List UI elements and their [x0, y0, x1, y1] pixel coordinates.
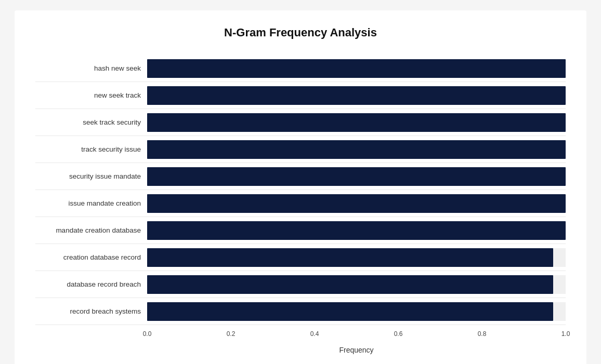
bar-label: new seek track [35, 91, 147, 99]
bar-track [147, 59, 566, 78]
bar-fill [147, 275, 553, 294]
bar-row: seek track security [35, 109, 566, 136]
bar-label: security issue mandate [35, 172, 147, 180]
bar-label: seek track security [35, 118, 147, 126]
bar-fill [147, 194, 566, 213]
bar-row: track security issue [35, 136, 566, 163]
bar-label: creation database record [35, 253, 147, 261]
bar-fill [147, 59, 566, 78]
bar-track [147, 221, 566, 240]
x-tick: 0.8 [478, 330, 487, 338]
bar-fill [147, 302, 553, 321]
bar-label: issue mandate creation [35, 199, 147, 207]
bar-row: issue mandate creation [35, 190, 566, 217]
x-tick: 0.0 [143, 330, 152, 338]
x-axis: 0.00.20.40.60.81.0 [35, 329, 566, 342]
bar-track [147, 248, 566, 267]
x-axis-label: Frequency [35, 346, 566, 354]
x-tick: 0.2 [227, 330, 236, 338]
bar-fill [147, 86, 566, 105]
bar-track [147, 140, 566, 159]
x-tick: 1.0 [561, 330, 570, 338]
chart-title: N-Gram Frequency Analysis [35, 26, 566, 39]
bar-track [147, 194, 566, 213]
bar-row: new seek track [35, 82, 566, 109]
bar-track [147, 275, 566, 294]
bar-label: hash new seek [35, 64, 147, 72]
bar-fill [147, 221, 566, 240]
bar-track [147, 86, 566, 105]
bar-row: creation database record [35, 244, 566, 271]
bar-label: database record breach [35, 280, 147, 288]
bar-label: track security issue [35, 145, 147, 153]
bar-row: database record breach [35, 271, 566, 298]
x-tick: 0.4 [310, 330, 319, 338]
bar-row: record breach systems [35, 298, 566, 325]
x-tick: 0.6 [394, 330, 403, 338]
bar-track [147, 167, 566, 186]
bar-fill [147, 113, 566, 132]
bar-row: hash new seek [35, 55, 566, 82]
bar-fill [147, 140, 566, 159]
bar-fill [147, 167, 566, 186]
bar-label: mandate creation database [35, 226, 147, 234]
bar-fill [147, 248, 553, 267]
bar-track [147, 113, 566, 132]
chart-container: N-Gram Frequency Analysis hash new seekn… [15, 10, 586, 364]
bar-row: mandate creation database [35, 217, 566, 244]
chart-area: hash new seeknew seek trackseek track se… [35, 55, 566, 325]
bar-track [147, 302, 566, 321]
x-axis-inner: 0.00.20.40.60.81.0 [147, 329, 566, 342]
bar-label: record breach systems [35, 307, 147, 315]
bar-row: security issue mandate [35, 163, 566, 190]
